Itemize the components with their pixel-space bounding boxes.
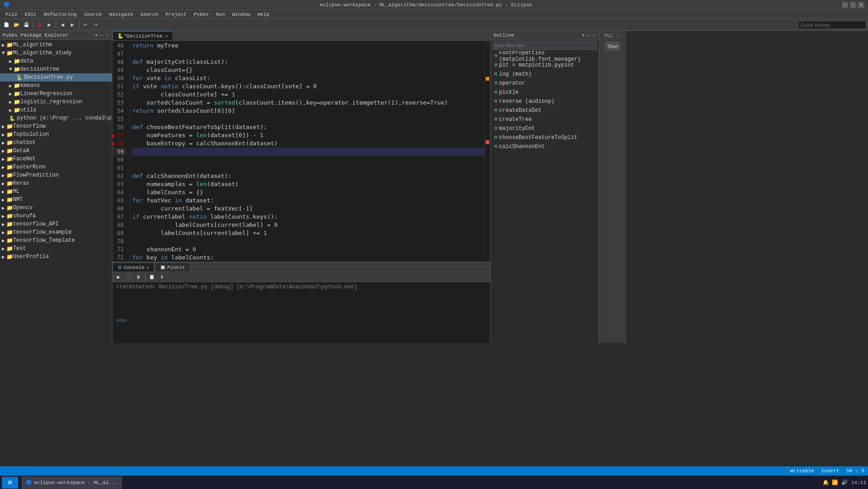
tree-item-tensorflow-example[interactable]: ▶ 📁 tensorflow_example bbox=[0, 228, 112, 236]
forward-button[interactable]: ▶ bbox=[68, 21, 77, 29]
start-menu-button[interactable]: ⊞ bbox=[2, 477, 18, 489]
code-line-46[interactable]: return myTree bbox=[132, 42, 485, 50]
tree-item-userprofile[interactable]: ▶ 📁 UserProfile bbox=[0, 253, 112, 261]
outline-filter-input[interactable] bbox=[492, 41, 597, 50]
outline-item-createtree[interactable]: M createTree bbox=[491, 115, 599, 124]
menu-pydev[interactable]: PyDev bbox=[190, 10, 212, 19]
code-line-49[interactable]: classCount={} bbox=[132, 66, 485, 74]
tree-item-tensorflow-api[interactable]: ▶ 📁 tensorflow_API bbox=[0, 220, 112, 228]
tree-item-data[interactable]: ▶ 📁 data bbox=[0, 57, 112, 65]
tree-item-test[interactable]: ▶ 📁 Test bbox=[0, 244, 112, 253]
tree-item-keras[interactable]: ▶ 📁 Keras bbox=[0, 179, 112, 187]
code-line-66[interactable]: currentlabel = featVec[-1] bbox=[132, 205, 485, 213]
run-button[interactable]: ▶ bbox=[45, 21, 54, 29]
menu-help[interactable]: Help bbox=[254, 10, 273, 19]
code-line-50[interactable]: for vote in classList: bbox=[132, 74, 485, 82]
package-explorer-minimize-btn[interactable]: — bbox=[98, 33, 105, 38]
package-explorer-maximize-btn[interactable]: □ bbox=[105, 33, 109, 38]
console-run-btn[interactable]: ▶ bbox=[114, 273, 123, 281]
tree-item-ml-algorithm[interactable]: ▶ 📁 ML_algorithm bbox=[0, 41, 112, 49]
outline-minimize-btn[interactable]: — bbox=[585, 33, 592, 38]
tab-close-icon[interactable]: ✕ bbox=[165, 34, 168, 39]
outline-item-createdataset[interactable]: M createDataSet bbox=[491, 106, 599, 115]
outline-item-fontproperties[interactable]: M FontProperties (matplotlib.font_manage… bbox=[491, 52, 599, 61]
code-line-62[interactable]: def calcShannonEnt(dataset): bbox=[132, 172, 485, 180]
tree-item-ml-study[interactable]: ▼ 📁 ML_algorithm_study bbox=[0, 49, 112, 57]
outline-item-log[interactable]: M log (math) bbox=[491, 70, 599, 79]
code-line-52[interactable]: classCount[vote] += 1 bbox=[132, 91, 485, 99]
tree-item-chatbot[interactable]: ▶ 📁 chatbot bbox=[0, 139, 112, 147]
close-button[interactable]: ✕ bbox=[858, 2, 864, 8]
maximize-button[interactable]: □ bbox=[850, 2, 856, 8]
outline-item-choosebestfeature[interactable]: M chooseBestFeatureToSplit bbox=[491, 133, 599, 142]
console-scroll-btn[interactable]: ⬇ bbox=[157, 273, 166, 281]
outline-item-majoritycnt[interactable]: M majorityCnt bbox=[491, 124, 599, 133]
minimize-button[interactable]: — bbox=[842, 2, 848, 8]
tree-item-topsolution[interactable]: ▶ 📁 TopSolution bbox=[0, 130, 112, 139]
code-line-70[interactable] bbox=[132, 237, 485, 245]
new-button[interactable]: 📄 bbox=[2, 21, 11, 29]
code-line-67[interactable]: if currentlabel not in labelCounts.keys(… bbox=[132, 213, 485, 221]
tree-item-flowprediction[interactable]: ▶ 📁 FlowPrediction bbox=[0, 171, 112, 179]
code-line-59[interactable] bbox=[132, 148, 485, 156]
menu-navigate[interactable]: Navigate bbox=[106, 10, 137, 19]
code-editor[interactable]: 4647484950515253545556575859606162636465… bbox=[112, 41, 490, 262]
menu-source[interactable]: Source bbox=[80, 10, 106, 19]
code-line-64[interactable]: labelCounts = {} bbox=[132, 188, 485, 197]
tree-item-kmeans[interactable]: ▶ 📁 kmeans bbox=[0, 82, 112, 90]
code-line-63[interactable]: numexamples = len(dataset) bbox=[132, 180, 485, 188]
tree-item-dataa[interactable]: ▶ 📁 DataA bbox=[0, 147, 112, 155]
package-explorer-menu-btn[interactable]: ▾ bbox=[94, 33, 98, 38]
start-button[interactable]: Start bbox=[605, 42, 620, 50]
menu-file[interactable]: File bbox=[2, 10, 21, 19]
code-line-60[interactable] bbox=[132, 156, 485, 164]
menu-refactoring[interactable]: Refactoring bbox=[40, 10, 81, 19]
outline-item-operator[interactable]: M operator bbox=[491, 79, 599, 88]
menu-project[interactable]: Project bbox=[162, 10, 190, 19]
tree-item-opencv[interactable]: ▶ 📁 Opencv bbox=[0, 204, 112, 212]
tree-item-linear[interactable]: ▶ 📁 LinearRegression bbox=[0, 90, 112, 98]
console-tab-console[interactable]: 🖥 Console ✕ bbox=[112, 263, 154, 272]
open-button[interactable]: 📂 bbox=[12, 21, 21, 29]
outline-maximize-btn[interactable]: □ bbox=[592, 33, 596, 38]
code-line-68[interactable]: labelCounts[currentlabel] = 0 bbox=[132, 221, 485, 229]
code-line-72[interactable]: for key in labelCounts: bbox=[132, 254, 485, 262]
code-line-57[interactable]: numFeatures = len(dataset[0]) - 1 bbox=[132, 131, 485, 139]
code-line-58[interactable]: baseEntropy = calcShannonEnt(dataset) bbox=[132, 139, 485, 148]
outline-item-reverse[interactable]: M reverse (audioop) bbox=[491, 97, 599, 106]
menu-run[interactable]: Run bbox=[212, 10, 229, 19]
console-clear-btn[interactable]: 🗑 bbox=[134, 273, 143, 281]
tree-item-decisiontree[interactable]: ▼ 📁 decisiontree bbox=[0, 65, 112, 73]
code-line-51[interactable]: if vote not in classCount.keys():classCo… bbox=[132, 82, 485, 91]
code-line-54[interactable]: return sortedclassCount[0][0] bbox=[132, 107, 485, 115]
tree-item-utils[interactable]: ▶ 📁 utils bbox=[0, 106, 112, 114]
outline-item-calcshannonent[interactable]: M calcShannonEnt bbox=[491, 142, 599, 151]
tree-item-facenet[interactable]: ▶ 📁 FaceNet bbox=[0, 155, 112, 163]
code-line-48[interactable]: def majorityCnt(classList): bbox=[132, 58, 485, 66]
taskbar-eclipse[interactable]: 🔵 eclipse-workspace - ML_al... bbox=[22, 477, 122, 489]
tree-item-python-runtime[interactable]: 🐍 python (e:\Progr ... conda3\python.exe… bbox=[0, 114, 112, 122]
redo-button[interactable]: ↪ bbox=[91, 21, 100, 29]
tree-item-decision-tree-py[interactable]: 🐍 DecisionTree.py bbox=[0, 73, 112, 82]
console-stop-btn[interactable]: ⬛ bbox=[124, 273, 133, 281]
code-content[interactable]: return myTree def majorityCnt(classList)… bbox=[130, 41, 485, 262]
code-line-47[interactable] bbox=[132, 50, 485, 58]
menu-edit[interactable]: Edit bbox=[21, 10, 40, 19]
code-line-65[interactable]: for featVec in dataset: bbox=[132, 197, 485, 205]
code-line-69[interactable]: labelCounts[currentlabel] += 1 bbox=[132, 229, 485, 237]
outline-menu-btn[interactable]: ▾ bbox=[581, 33, 585, 38]
save-button[interactable]: 💾 bbox=[22, 21, 31, 29]
menu-search[interactable]: Search bbox=[137, 10, 162, 19]
console-tab-close[interactable]: ✕ bbox=[146, 265, 149, 270]
editor-tab-decision-tree[interactable]: 🐍 *DecisionTree ✕ bbox=[112, 31, 173, 40]
undo-button[interactable]: ↩ bbox=[81, 21, 90, 29]
code-line-61[interactable] bbox=[132, 164, 485, 172]
code-line-53[interactable]: sortedclassCount = sorted(classCount.ite… bbox=[132, 99, 485, 107]
tree-item-ml[interactable]: ▶ 📁 ML bbox=[0, 187, 112, 196]
tree-item-logistic[interactable]: ▶ 📁 logistic_regression bbox=[0, 98, 112, 106]
code-line-55[interactable] bbox=[132, 115, 485, 123]
code-line-56[interactable]: def chooseBestFeatureToSplit(dataset): bbox=[132, 123, 485, 131]
tree-item-shurufa[interactable]: ▶ 📁 shurufa bbox=[0, 212, 112, 220]
outline-item-pickle[interactable]: M pickle bbox=[491, 88, 599, 97]
debug-button[interactable]: 🐞 bbox=[35, 21, 44, 29]
